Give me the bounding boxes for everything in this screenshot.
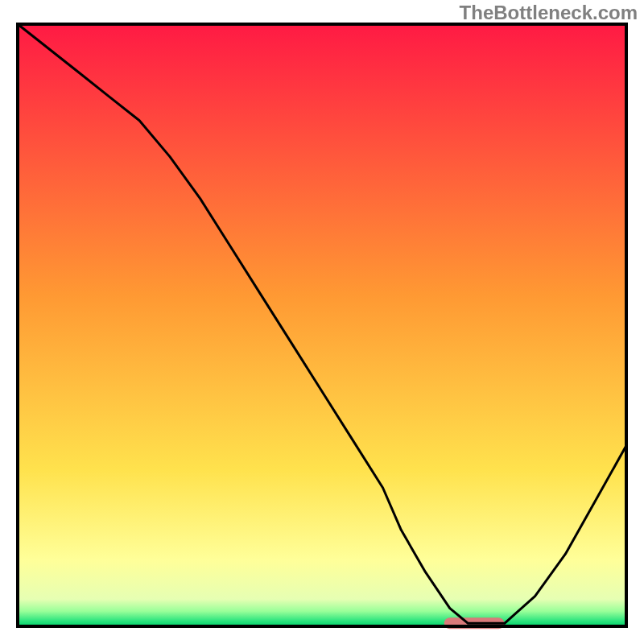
watermark-text: TheBottleneck.com bbox=[460, 2, 638, 24]
plot-background bbox=[18, 24, 626, 626]
chart-container: TheBottleneck.com bbox=[0, 0, 644, 644]
bottleneck-chart bbox=[0, 0, 644, 644]
